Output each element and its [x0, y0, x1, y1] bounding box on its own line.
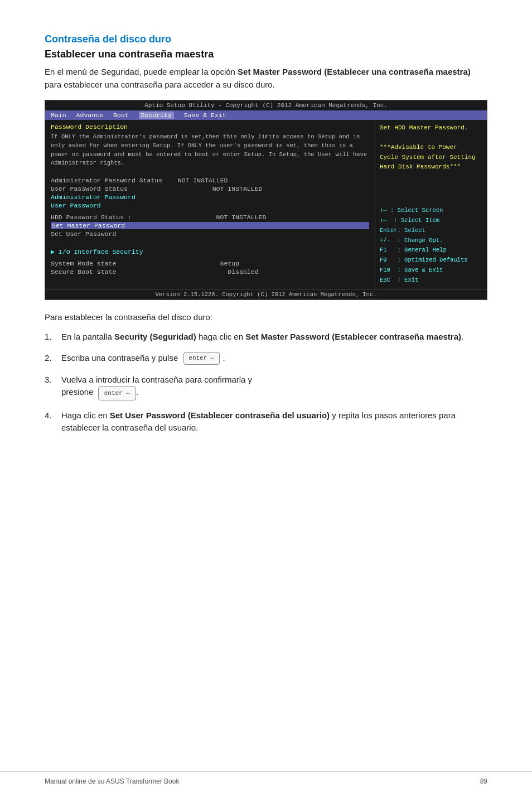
bios-field-set-user-pw: Set User Password [51, 230, 369, 238]
bios-footer: Version 2.15.1226. Copyright (C) 2012 Am… [45, 289, 487, 299]
bios-pw-desc-title: Password Description [51, 123, 369, 131]
step-4-text: Haga clic en Set User Password (Establec… [61, 409, 487, 434]
step-2-text-before: Escriba una contraseña y pulse [61, 352, 178, 365]
bios-label-system-mode: System Mode state [51, 260, 162, 267]
intro-text-end: para establecer una contraseña para acce… [45, 80, 275, 89]
bios-label-hdd-status: HDD Password Status : [51, 214, 162, 221]
step-2-number: 2. [45, 352, 61, 365]
bios-label-secure-boot: Secure Boot state [51, 268, 162, 276]
bios-field-admin-pw: Administrator Password [51, 194, 369, 201]
bios-field-hdd-status: HDD Password Status : NOT INSTALLED [51, 214, 369, 221]
bios-field-system-mode: System Mode state Setup [51, 260, 369, 267]
bios-screenshot: Aptio Setup Utility - Copyright (C) 2012… [45, 100, 487, 300]
bios-value-secure-boot: Disabled [162, 268, 259, 276]
bios-label-io-security: ▶ I/O Interface Security [51, 248, 162, 255]
step-3: 3. Vuelva a introducir la contraseña par… [45, 374, 487, 400]
step-4: 4. Haga clic en Set User Password (Estab… [45, 409, 487, 434]
bios-sidebar-key-info: ↕↔ : Select Screen ↕↔ : Select Item Ente… [380, 206, 482, 286]
step-2-enter-key: enter ← [183, 352, 219, 365]
step-1-bold1: Security (Seguridad) [114, 332, 196, 341]
step-1-number: 1. [45, 331, 61, 344]
intro-text-bold: Set Master Password (Establecer una cont… [238, 67, 471, 76]
section-subtitle: Establecer una contraseña maestra [45, 49, 487, 60]
bios-label-admin-pw: Administrator Password [51, 194, 162, 201]
intro-text-before: En el menú de Seguridad, puede emplear l… [45, 67, 235, 76]
bios-value-hdd-status: NOT INSTALLED [162, 214, 266, 221]
step-3-number: 3. [45, 374, 61, 386]
page-footer: Manual online de su ASUS Transformer Boo… [0, 771, 532, 785]
bios-sidebar-help-text: Set HDD Master Password. ***Advisable to… [380, 123, 482, 172]
bios-field-io-security: ▶ I/O Interface Security [51, 248, 369, 255]
bios-label-set-master-pw: Set Master Password [52, 222, 125, 229]
footer-left: Manual online de su ASUS Transformer Boo… [45, 777, 179, 785]
bios-field-admin-status: Administrator Password Status NOT INSTAL… [51, 177, 369, 184]
bios-label-user-pw: User Password [51, 202, 162, 209]
bios-field-set-master-pw: Set Master Password [51, 222, 369, 229]
step-1-bold2: Set Master Password (Establecer contrase… [245, 332, 461, 341]
step-4-bold1: Set User Password (Establecer contraseña… [110, 410, 330, 420]
bios-main-panel: Password Description If ONLY the Adminis… [45, 120, 375, 289]
bios-pw-desc-text: If ONLY the Administrator's password is … [51, 133, 369, 168]
bios-title-bar: Aptio Setup Utility - Copyright (C) 2012… [45, 100, 487, 110]
bios-value-admin-status: NOT INSTALLED [162, 177, 228, 184]
bios-value-user-status: NOT INSTALLED [162, 185, 262, 192]
bios-nav-boot: Boot [113, 112, 129, 119]
step-3-enter-key: enter ← [98, 386, 136, 400]
step-3-text: Vuelva a introducir la contraseña para c… [61, 374, 487, 400]
bios-sidebar: Set HDD Master Password. ***Advisable to… [375, 120, 487, 289]
bios-field-user-pw: User Password [51, 202, 369, 209]
bios-field-user-status: User Password Status NOT INSTALLED [51, 185, 369, 192]
bios-nav-security: Security [139, 112, 174, 119]
footer-right: 89 [480, 777, 487, 785]
bios-body: Password Description If ONLY the Adminis… [45, 120, 487, 289]
bios-field-secure-boot: Secure Boot state Disabled [51, 268, 369, 276]
steps-list: 1. En la pantalla Security (Seguridad) h… [45, 331, 487, 434]
step-2-text: Escriba una contraseña y pulse enter ← . [61, 352, 487, 365]
step-2: 2. Escriba una contraseña y pulse enter … [45, 352, 487, 365]
bios-value-system-mode: Setup [162, 260, 239, 267]
bios-nav-advance: Advance [76, 112, 103, 119]
bios-label-admin-status: Administrator Password Status [51, 177, 162, 184]
bios-nav-bar: Main Advance Boot Security Save & Exit [45, 110, 487, 120]
step-4-number: 4. [45, 409, 61, 422]
step-1-text: En la pantalla Security (Seguridad) haga… [61, 331, 487, 344]
bios-label-user-status: User Password Status [51, 185, 162, 192]
step-1: 1. En la pantalla Security (Seguridad) h… [45, 331, 487, 344]
bios-label-set-user-pw: Set User Password [51, 230, 162, 238]
intro-paragraph: En el menú de Seguridad, puede emplear l… [45, 66, 487, 91]
section-title: Contraseña del disco duro [45, 33, 487, 45]
bios-nav-save-exit: Save & Exit [184, 112, 226, 119]
instructions-intro: Para establecer la contraseña del disco … [45, 312, 487, 322]
bios-nav-main: Main [51, 112, 66, 119]
step-2-text-after: . [223, 352, 225, 365]
